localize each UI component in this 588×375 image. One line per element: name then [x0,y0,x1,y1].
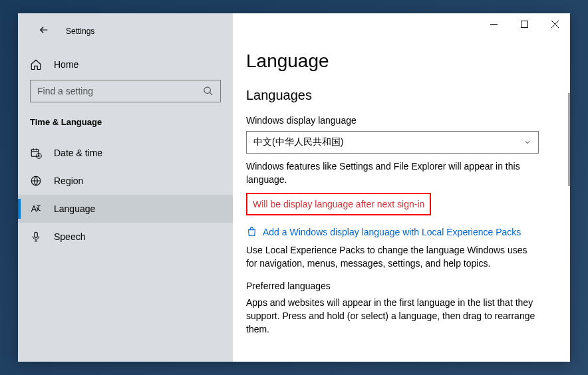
settings-window: Settings Home Time & Language Date & tim… [18,13,570,362]
nav-item-label: Speech [54,231,85,242]
nav-region[interactable]: Region [18,167,233,195]
language-icon [30,203,42,215]
pending-signin-text: Will be display language after next sign… [253,199,424,209]
add-language-link[interactable]: Add a Windows display language with Loca… [263,227,521,237]
dropdown-value: 中文(中华人民共和国) [253,136,343,148]
nav-item-label: Language [54,203,95,214]
home-nav[interactable]: Home [18,52,233,80]
nav-language[interactable]: Language [18,195,233,223]
nav-item-label: Region [54,176,83,186]
maximize-button[interactable] [509,14,539,34]
app-title: Settings [66,27,94,36]
titlebar-left: Settings [18,24,233,52]
store-icon [246,226,257,237]
globe-icon [30,175,42,187]
display-language-dropdown[interactable]: 中文(中华人民共和国) [246,131,539,154]
scrollbar-thumb[interactable] [568,93,570,186]
back-button[interactable] [38,24,50,39]
nav-speech[interactable]: Speech [18,223,233,251]
section-languages: Languages [246,88,557,103]
display-language-label: Windows display language [246,115,557,126]
svg-point-0 [204,87,210,93]
content-inner: Language Languages Windows display langu… [233,35,570,362]
nav-list: Date & time Region Language Speech [18,139,233,251]
svg-rect-1 [31,150,39,157]
display-language-desc: Windows features like Settings and File … [246,160,539,186]
pending-signin-highlight: Will be display language after next sign… [246,193,431,215]
lep-desc: Use Local Experience Packs to change the… [246,244,539,270]
calendar-clock-icon [30,147,42,159]
home-label: Home [54,59,78,70]
category-header: Time & Language [18,114,233,139]
close-button[interactable] [539,14,570,34]
search-box[interactable] [30,80,221,102]
preferred-languages-desc: Apps and websites will appear in the fir… [246,297,539,336]
page-title: Language [246,51,557,72]
nav-item-label: Date & time [54,148,102,158]
preferred-languages-header: Preferred languages [246,281,557,291]
add-language-link-row: Add a Windows display language with Loca… [246,226,557,237]
home-icon [30,59,42,70]
nav-date-time[interactable]: Date & time [18,139,233,167]
svg-rect-5 [521,21,527,27]
scrollbar[interactable] [567,93,570,362]
search-icon [203,86,214,96]
svg-rect-4 [35,232,38,237]
window-controls [233,13,570,35]
microphone-icon [30,231,42,243]
search-wrap [18,80,233,114]
search-input[interactable] [37,86,203,96]
sidebar: Settings Home Time & Language Date & tim… [18,13,233,362]
minimize-button[interactable] [478,14,509,34]
content-pane: Language Languages Windows display langu… [233,13,570,362]
chevron-down-icon [523,138,531,146]
